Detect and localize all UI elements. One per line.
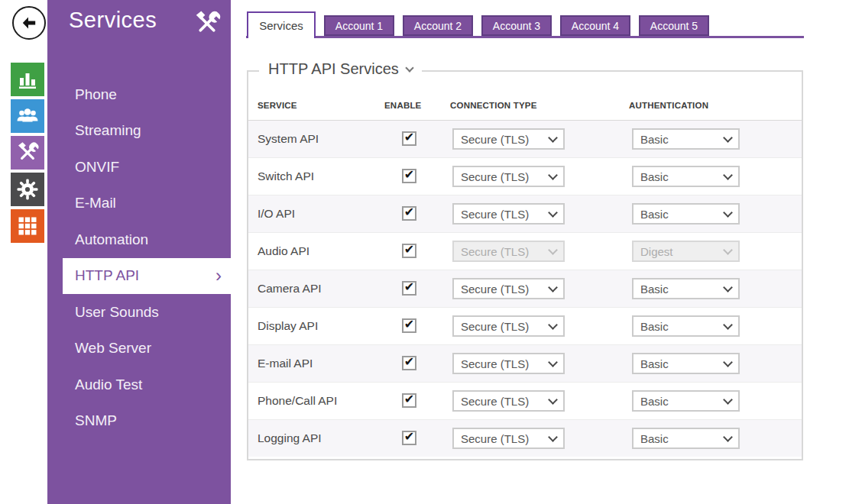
checkmark-icon: ✔ [404, 279, 414, 294]
tab-account-4[interactable]: Account 4 [560, 15, 630, 36]
sidebar-item-audio-test[interactable]: Audio Test [47, 367, 231, 403]
enable-checkbox[interactable]: ✔ [402, 206, 416, 221]
authentication-select[interactable]: Basic [632, 128, 740, 150]
connection-type-select[interactable]: Secure (TLS) [452, 278, 565, 299]
users-icon[interactable] [11, 99, 44, 133]
chevron-down-icon [723, 245, 733, 255]
tab-account-3[interactable]: Account 3 [481, 15, 552, 36]
chevron-down-icon [723, 208, 733, 218]
enable-checkbox[interactable]: ✔ [402, 281, 416, 296]
sidebar-item-e-mail[interactable]: E-Mail [47, 186, 231, 222]
nav-rail [11, 63, 44, 246]
sidebar-item-user-sounds[interactable]: User Sounds [47, 294, 231, 331]
sidebar-item-streaming[interactable]: Streaming [47, 113, 231, 150]
authentication-select[interactable]: Basic [632, 278, 740, 299]
connection-type-select[interactable]: Secure (TLS) [452, 428, 565, 449]
gear-icon[interactable] [11, 173, 44, 206]
chevron-down-icon [548, 133, 558, 143]
service-name: Switch API [258, 158, 314, 195]
select-value: Basic [640, 133, 669, 146]
checkmark-icon: ✔ [404, 130, 414, 144]
select-value: Secure (TLS) [461, 245, 529, 258]
select-value: Secure (TLS) [461, 170, 529, 183]
chevron-down-icon [548, 357, 558, 367]
enable-checkbox[interactable]: ✔ [402, 244, 416, 258]
sidebar-item-phone[interactable]: Phone [47, 76, 231, 113]
connection-type-select[interactable]: Secure (TLS) [452, 166, 565, 187]
chevron-right-icon: › [215, 267, 222, 285]
service-name: Logging API [258, 420, 322, 457]
sidebar-item-automation[interactable]: Automation [47, 221, 231, 258]
chevron-down-icon [723, 395, 733, 405]
panel-legend[interactable]: HTTP API Services [259, 60, 422, 78]
select-value: Basic [640, 432, 669, 445]
select-value: Basic [640, 208, 669, 221]
sidebar-item-snmp[interactable]: SNMP [47, 403, 231, 440]
tools-icon[interactable] [11, 136, 44, 170]
enable-checkbox[interactable]: ✔ [402, 393, 416, 408]
tab-underline [246, 36, 804, 38]
chevron-down-icon [548, 320, 558, 330]
table-row: I/O API✔Secure (TLS)Basic [248, 195, 802, 232]
enable-checkbox[interactable]: ✔ [402, 318, 416, 333]
grid-icon[interactable] [11, 209, 44, 243]
chevron-down-icon [548, 432, 558, 442]
authentication-select[interactable]: Basic [632, 166, 740, 187]
enable-checkbox[interactable]: ✔ [402, 169, 416, 183]
sidebar-item-web-server[interactable]: Web Server [47, 331, 231, 367]
authentication-select[interactable]: Basic [632, 315, 740, 337]
table-body: System API✔Secure (TLS)BasicSwitch API✔S… [248, 120, 802, 457]
service-name: Display API [258, 308, 318, 344]
chevron-down-icon [723, 357, 733, 367]
authentication-select[interactable]: Basic [632, 353, 740, 374]
connection-type-select[interactable]: Secure (TLS) [452, 353, 565, 374]
http-api-services-panel: HTTP API Services SERVICE ENABLE CONNECT… [247, 70, 803, 460]
sidebar-item-label: HTTP API [75, 267, 139, 284]
sidebar-item-label: User Sounds [75, 304, 159, 321]
tab-services[interactable]: Services [247, 11, 316, 38]
tab-account-5[interactable]: Account 5 [639, 15, 709, 36]
enable-checkbox[interactable]: ✔ [402, 131, 416, 146]
service-name: Camera API [258, 270, 322, 307]
table-row: Phone/Call API✔Secure (TLS)Basic [248, 382, 802, 419]
tools-icon [193, 9, 222, 38]
checkmark-icon: ✔ [404, 205, 414, 219]
sidebar-item-label: ONVIF [75, 159, 119, 176]
authentication-select[interactable]: Basic [632, 428, 740, 449]
connection-type-select[interactable]: Secure (TLS) [452, 390, 565, 412]
sidebar-item-label: Automation [75, 231, 148, 248]
sidebar-item-label: Web Server [75, 340, 151, 357]
sidebar-item-label: Streaming [75, 122, 141, 139]
page-title: Services [69, 8, 157, 33]
select-value: Secure (TLS) [461, 432, 529, 445]
column-header-authentication: AUTHENTICATION [629, 101, 708, 110]
sidebar-item-label: Audio Test [75, 376, 142, 393]
tab-account-2[interactable]: Account 2 [403, 15, 473, 36]
service-name: I/O API [258, 195, 295, 232]
checkmark-icon: ✔ [404, 167, 414, 182]
connection-type-select[interactable]: Secure (TLS) [452, 203, 565, 225]
select-value: Digest [640, 245, 673, 258]
authentication-select[interactable]: Basic [632, 203, 740, 225]
tab-account-1[interactable]: Account 1 [324, 15, 394, 36]
panel-title: HTTP API Services [268, 60, 399, 78]
enable-checkbox[interactable]: ✔ [402, 356, 416, 370]
chevron-down-icon [548, 170, 558, 180]
sidebar-item-label: SNMP [75, 412, 117, 429]
table-row: Camera API✔Secure (TLS)Basic [248, 270, 802, 307]
sidebar-header: Services [47, 0, 231, 38]
enable-checkbox[interactable]: ✔ [402, 431, 416, 445]
authentication-select[interactable]: Basic [632, 390, 740, 412]
select-value: Secure (TLS) [461, 133, 529, 146]
sidebar-item-label: Phone [75, 86, 117, 103]
connection-type-select[interactable]: Secure (TLS) [452, 128, 565, 150]
bar-chart-icon[interactable] [11, 63, 44, 96]
select-value: Secure (TLS) [461, 395, 529, 408]
sidebar-item-onvif[interactable]: ONVIF [47, 149, 231, 186]
sidebar-item-http-api[interactable]: HTTP API› [63, 258, 231, 295]
chevron-down-icon [723, 170, 733, 180]
back-button[interactable] [12, 6, 46, 40]
connection-type-select[interactable]: Secure (TLS) [452, 315, 565, 337]
checkmark-icon: ✔ [404, 242, 414, 257]
column-header-service: SERVICE [258, 101, 297, 110]
